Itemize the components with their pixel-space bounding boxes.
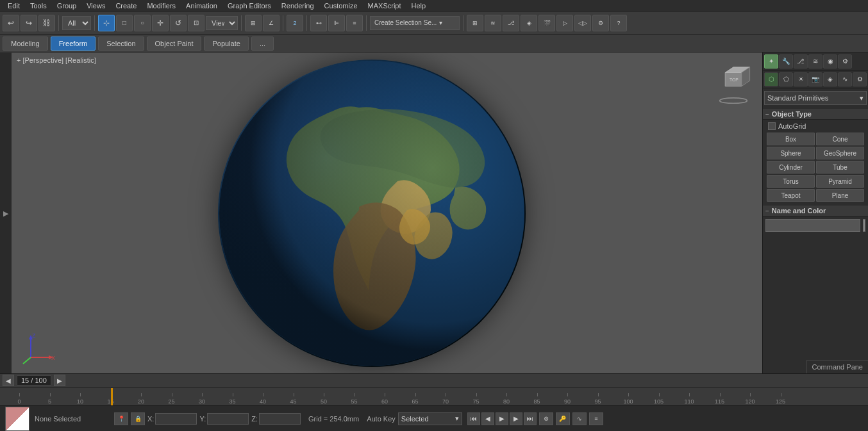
- display-icon[interactable]: ◉: [823, 54, 837, 69]
- settings[interactable]: ⚙: [592, 15, 609, 31]
- spacewarps-icon[interactable]: ∿: [838, 72, 852, 86]
- viewport-play-btn[interactable]: ▶: [0, 53, 12, 373]
- layer-manager[interactable]: ≡: [346, 15, 363, 31]
- prim-torus[interactable]: Torus: [767, 175, 815, 188]
- prim-cone[interactable]: Cone: [816, 133, 864, 145]
- view-dropdown[interactable]: View: [206, 16, 238, 30]
- prim-tube[interactable]: Tube: [816, 161, 864, 174]
- mini-curve-btn[interactable]: ∿: [572, 412, 587, 425]
- toolbar-redo[interactable]: ↪: [21, 15, 37, 31]
- name-color-collapse[interactable]: −: [765, 207, 769, 215]
- status-lock-icon[interactable]: 🔒: [131, 412, 145, 425]
- viewport[interactable]: ▶ + [Perspective] [Realistic]: [0, 53, 762, 373]
- select-move[interactable]: ✛: [152, 15, 169, 31]
- align-tool[interactable]: ⊫: [328, 15, 345, 31]
- mirror-tool[interactable]: ⊷: [310, 15, 327, 31]
- viewport-nav-cube[interactable]: TOP: [711, 59, 756, 104]
- key-filters-btn[interactable]: 🔑: [556, 412, 570, 425]
- timeline-ruler[interactable]: 0510152025303540455055606570758085909510…: [0, 388, 868, 405]
- primitives-dropdown[interactable]: Standard Primitives ▾: [764, 91, 867, 105]
- hierarchy-icon[interactable]: ⎇: [794, 54, 808, 69]
- select-region-circle[interactable]: ○: [134, 15, 151, 31]
- tab-modeling[interactable]: Modeling: [3, 37, 48, 51]
- create-icon[interactable]: ✦: [764, 54, 778, 69]
- render-frame[interactable]: ▷: [556, 15, 573, 31]
- lights-icon[interactable]: ☀: [794, 72, 808, 86]
- tab-populate[interactable]: Populate: [204, 37, 248, 51]
- schematic-view[interactable]: ⎇: [503, 15, 519, 31]
- menu-graph-editors[interactable]: Graph Editors: [222, 0, 276, 11]
- prim-box[interactable]: Box: [767, 133, 815, 145]
- prim-teapot[interactable]: Teapot: [767, 189, 815, 202]
- menu-animation[interactable]: Animation: [181, 0, 222, 11]
- filter-dropdown[interactable]: All: [62, 16, 91, 30]
- status-pin-icon[interactable]: 📍: [114, 412, 128, 425]
- menu-rendering[interactable]: Rendering: [276, 0, 319, 11]
- select-region-rect[interactable]: □: [116, 15, 133, 31]
- select-scale[interactable]: ⊡: [188, 15, 204, 31]
- play-btn-status[interactable]: ▶: [496, 412, 508, 425]
- geometry-icon[interactable]: ⬡: [764, 72, 778, 86]
- bottom-color-swatch[interactable]: [5, 407, 29, 431]
- menu-group[interactable]: Group: [52, 0, 82, 11]
- tab-extra[interactable]: ...: [251, 37, 274, 51]
- help-btn[interactable]: ?: [610, 15, 627, 31]
- x-input[interactable]: [155, 413, 197, 425]
- prim-pyramid[interactable]: Pyramid: [816, 175, 864, 188]
- object-type-collapse[interactable]: −: [765, 111, 769, 118]
- systems-icon[interactable]: ⚙: [853, 72, 867, 86]
- menu-tools[interactable]: Tools: [25, 0, 52, 11]
- select-rotate[interactable]: ↺: [170, 15, 187, 31]
- tab-freeform[interactable]: Freeform: [51, 37, 96, 51]
- prev-frame-btn[interactable]: ◀: [481, 412, 494, 425]
- color-swatch[interactable]: [863, 219, 865, 232]
- material-editor[interactable]: ◈: [521, 15, 537, 31]
- tab-selection[interactable]: Selection: [98, 37, 144, 51]
- nav-cube-svg: TOP: [711, 59, 756, 97]
- prim-geosphere[interactable]: GeoSphere: [816, 147, 864, 159]
- timeline-prev[interactable]: ◀: [3, 375, 14, 386]
- menu-edit[interactable]: Edit: [3, 0, 25, 11]
- menu-maxscript[interactable]: MAXScript: [363, 0, 406, 11]
- named-sel-sets[interactable]: ⊞: [467, 15, 483, 31]
- mini-timeline-btn[interactable]: ≡: [589, 412, 603, 425]
- menu-create[interactable]: Create: [110, 0, 142, 11]
- render-last[interactable]: ◁▷: [574, 15, 591, 31]
- goto-start-btn[interactable]: ⏮: [467, 412, 480, 425]
- render-setup[interactable]: 🎬: [538, 15, 555, 31]
- select-tool[interactable]: ⊹: [98, 15, 115, 31]
- z-label: Z:: [251, 415, 258, 423]
- goto-end-btn[interactable]: ⏭: [524, 412, 537, 425]
- cameras-icon[interactable]: 📷: [808, 72, 822, 86]
- name-input-field[interactable]: [765, 219, 860, 232]
- prim-cylinder[interactable]: Cylinder: [767, 161, 815, 174]
- menu-views[interactable]: Views: [81, 0, 110, 11]
- time-config-btn[interactable]: ⚙: [539, 412, 553, 425]
- prim-sphere[interactable]: Sphere: [767, 147, 815, 159]
- shapes-icon[interactable]: ⬠: [779, 72, 793, 86]
- angle-snap[interactable]: ∠: [263, 15, 280, 31]
- menu-help[interactable]: Help: [406, 0, 431, 11]
- toolbar-undo[interactable]: ↩: [3, 15, 19, 31]
- motion-icon[interactable]: ≋: [808, 54, 822, 69]
- y-input[interactable]: [207, 413, 249, 425]
- prim-plane[interactable]: Plane: [816, 189, 864, 202]
- autogrid-checkbox[interactable]: [768, 122, 776, 130]
- track-view[interactable]: ≋: [485, 15, 501, 31]
- frame-display[interactable]: 15 / 100: [17, 375, 51, 386]
- tab-object-paint[interactable]: Object Paint: [147, 37, 202, 51]
- menu-customize[interactable]: Customize: [319, 0, 363, 11]
- selection-set-dropdown[interactable]: Create Selection Se... ▾: [370, 16, 460, 30]
- snap-toggle[interactable]: ⊞: [245, 15, 262, 31]
- playback-controls: ⏮ ◀ ▶ ▶ ⏭: [467, 412, 537, 425]
- menu-modifiers[interactable]: Modifiers: [142, 0, 181, 11]
- toolbar-link[interactable]: ⛓: [38, 15, 55, 31]
- selected-dropdown[interactable]: Selected ▾: [398, 412, 462, 425]
- next-frame-btn[interactable]: ▶: [510, 412, 522, 425]
- timeline-next[interactable]: ▶: [54, 375, 65, 386]
- utilities-icon[interactable]: ⚙: [838, 54, 852, 69]
- z-input[interactable]: [259, 413, 301, 425]
- modify-icon[interactable]: 🔧: [779, 54, 793, 69]
- snap-2d[interactable]: 2: [287, 15, 303, 31]
- helpers-icon[interactable]: ◈: [823, 72, 837, 86]
